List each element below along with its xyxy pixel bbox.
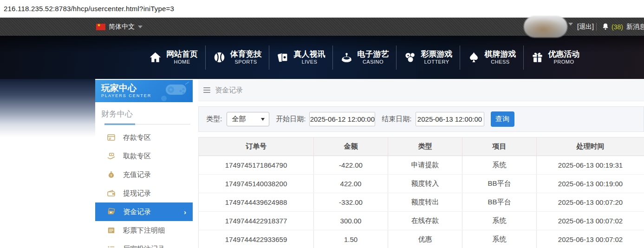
start-date-input[interactable]	[309, 112, 375, 126]
cell-order-no: 1749744422918377	[199, 212, 314, 230]
breadcrumb-label: 资金记录	[215, 86, 243, 95]
nav-item-lives[interactable]: 真人视讯LIVES	[269, 46, 332, 70]
start-date-label: 开始日期:	[276, 115, 306, 124]
sidebar-item-recharge-records[interactable]: 充值记录	[95, 165, 193, 184]
nav-label-en: LIVES	[302, 59, 318, 65]
cell-project: BB平台	[462, 193, 537, 212]
sidebar-item-deposit-zone[interactable]: 存款专区	[95, 128, 193, 147]
nav-label-zh: 优惠活动	[548, 49, 580, 59]
background-fade	[0, 79, 95, 137]
list-icon	[107, 245, 116, 248]
chevron-down-icon	[261, 118, 265, 121]
cell-amount: -422.00	[314, 156, 388, 175]
col-header-project: 项目	[462, 137, 537, 156]
cell-amount: 1.50	[314, 230, 388, 248]
sidebar: 玩家中心 PLAYERS CENTER 财务中心 存款专区 取款专区 充值记录	[95, 80, 193, 248]
nav-item-lottery[interactable]: 彩票游戏LOTTERY	[396, 46, 460, 70]
cell-type: 额度转出	[388, 193, 462, 212]
nav-item-sports[interactable]: 体育竞技SPORTS	[205, 46, 269, 70]
gift-icon	[531, 51, 544, 64]
logout-button[interactable]: [退出]	[577, 18, 594, 36]
cell-project: 系统	[462, 156, 537, 175]
cell-type: 在线存款	[388, 212, 462, 230]
language-label: 简体中文	[109, 23, 135, 31]
sports-ball-icon	[213, 51, 226, 64]
language-selector[interactable]: 简体中文	[96, 18, 143, 36]
nav-label-zh: 网站首页	[166, 49, 198, 59]
nav-label-zh: 真人视讯	[294, 49, 325, 59]
sidebar-item-funds-records[interactable]: 资金记录 ›	[95, 202, 193, 221]
nav-label-zh: 彩票游戏	[421, 49, 453, 59]
sidebar-item-label: 提现记录	[123, 189, 151, 198]
cell-amount: 300.00	[314, 212, 388, 230]
username-blurred[interactable]	[524, 16, 567, 38]
document-icon	[107, 226, 116, 235]
hand-money-icon	[107, 152, 116, 160]
chevron-right-icon: ›	[184, 208, 186, 216]
cell-process-time: 2025-06-13 00:07:20	[537, 193, 644, 212]
nav-item-chess[interactable]: 棋牌游戏CHESS	[460, 46, 523, 70]
cell-process-time: 2025-06-13 00:19:31	[537, 156, 644, 175]
roulette-icon	[340, 51, 353, 64]
sidebar-item-withdrawal-records[interactable]: 提现记录	[95, 184, 193, 202]
notification-bell-icon[interactable]	[601, 22, 610, 31]
lottery-balls-icon	[404, 51, 416, 64]
page-url: 216.118.235.52:8783/hhcp/usercenter.html…	[4, 5, 174, 13]
nav-label-en: SPORTS	[234, 59, 257, 65]
filter-bar: 类型: 全部 开始日期: 结束日期: 查询	[198, 106, 644, 132]
nav-label-zh: 体育竞技	[230, 49, 262, 59]
end-date-input[interactable]	[416, 112, 484, 126]
sidebar-item-label: 厅室投注记录	[123, 245, 165, 248]
sidebar-item-label: 存款专区	[123, 133, 151, 142]
cell-project: BB平台	[462, 175, 537, 193]
table-row: 1749744422933659 1.50 优惠 系统 2025-06-13 0…	[199, 230, 644, 248]
table-header-row: 订单号 金额 类型 项目 处理时间	[199, 137, 644, 156]
cell-order-no: 1749745140038200	[199, 175, 314, 193]
end-date-label: 结束日期:	[382, 115, 411, 124]
divider	[596, 23, 597, 31]
sidebar-menu: 存款专区 取款专区 充值记录 提现记录 资金记录 › 彩票下注明细	[95, 128, 193, 248]
sidebar-item-lottery-bet-details[interactable]: 彩票下注明细	[95, 221, 193, 240]
message-count[interactable]: (38)	[611, 18, 623, 36]
funds-table: 订单号 金额 类型 项目 处理时间 1749745171864790 -422.…	[198, 137, 644, 248]
nav-label-zh: 棋牌游戏	[485, 49, 516, 59]
sidebar-item-withdraw-zone[interactable]: 取款专区	[95, 147, 193, 165]
sidebar-header: 玩家中心 PLAYERS CENTER	[95, 80, 193, 102]
col-header-order-no: 订单号	[199, 137, 314, 156]
account-bar: 简体中文 [退出] (38) 新消息	[0, 18, 644, 36]
user-menu-chevron-down-icon[interactable]	[568, 26, 573, 34]
cn-flag-icon	[96, 24, 105, 30]
cell-amount: 422.00	[314, 175, 388, 193]
nav-label-en: PROMO	[553, 59, 574, 65]
sidebar-item-label: 资金记录	[123, 208, 151, 216]
cell-amount: -332.00	[314, 193, 388, 212]
col-header-amount: 金额	[314, 137, 388, 156]
main-nav: 网站首页HOME 体育竞技SPORTS 真人视讯LIVES 电子游艺CASINO…	[0, 36, 644, 79]
new-messages-link[interactable]: 新消息	[626, 18, 644, 36]
cell-project: 系统	[462, 230, 537, 248]
table-row: 1749744422918377 300.00 在线存款 系统 2025-06-…	[199, 212, 644, 230]
cell-type: 申请提款	[388, 156, 462, 175]
type-select[interactable]: 全部	[227, 112, 269, 126]
col-header-type: 类型	[388, 137, 462, 156]
nav-item-promo[interactable]: 优惠活动PROMO	[523, 46, 587, 70]
cell-process-time: 2025-06-13 00:07:02	[537, 212, 644, 230]
table-row: 1749745171864790 -422.00 申请提款 系统 2025-06…	[199, 156, 644, 175]
nav-item-home[interactable]: 网站首页HOME	[142, 46, 205, 70]
section-underline	[104, 124, 190, 124]
nav-label-en: HOME	[174, 59, 190, 65]
section-label: 财务中心	[101, 109, 193, 119]
breadcrumb: 资金记录	[198, 79, 644, 101]
playing-cards-icon	[277, 51, 289, 64]
browser-url-bar[interactable]: 216.118.235.52:8783/hhcp/usercenter.html…	[0, 0, 644, 18]
cell-project: 系统	[462, 212, 537, 230]
cell-type: 优惠	[388, 230, 462, 248]
nav-item-casino[interactable]: 电子游艺CASINO	[332, 46, 396, 70]
col-header-process-time: 处理时间	[537, 137, 644, 156]
wallet-icon	[107, 189, 116, 197]
main-content: 资金记录 类型: 全部 开始日期: 结束日期: 查询 订单号 金额 类型 项目	[198, 79, 644, 248]
sidebar-item-hall-bet-records[interactable]: 厅室投注记录	[95, 240, 193, 248]
money-bag-icon	[107, 170, 116, 179]
query-button[interactable]: 查询	[491, 111, 514, 127]
type-label: 类型:	[206, 115, 222, 124]
